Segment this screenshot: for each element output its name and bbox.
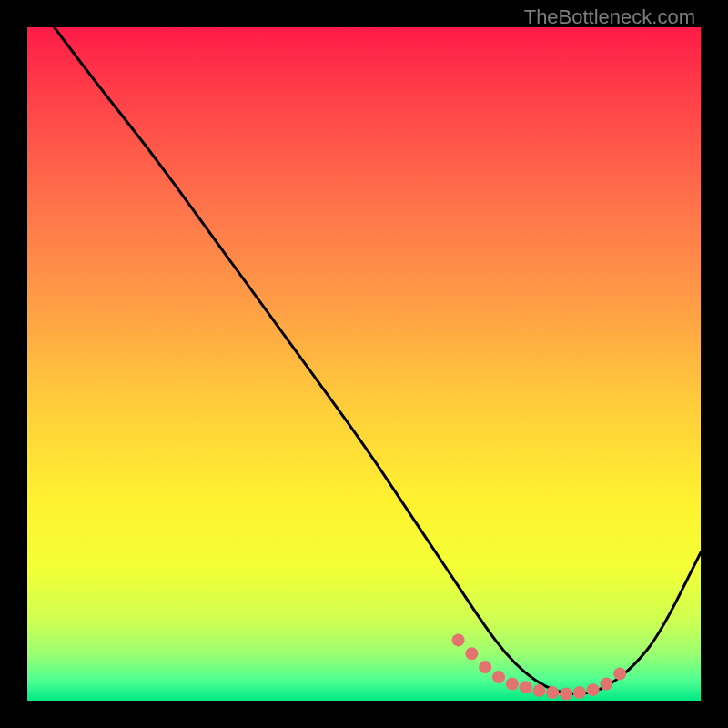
optimal-dot — [532, 684, 545, 697]
optimal-dot — [546, 686, 559, 699]
watermark-text: TheBottleneck.com — [524, 5, 695, 29]
optimal-dot — [506, 678, 519, 691]
optimal-dot — [479, 661, 491, 673]
gradient-background — [27, 27, 701, 701]
optimal-dot — [600, 678, 612, 691]
optimal-dot — [587, 683, 600, 696]
optimal-dot — [573, 686, 586, 699]
optimal-dot — [560, 688, 572, 701]
optimal-dot — [492, 671, 505, 683]
optimal-dot — [465, 647, 478, 660]
optimal-dot — [452, 633, 465, 646]
optimal-dot — [520, 681, 532, 693]
optimal-dot — [613, 667, 626, 680]
chart-frame — [27, 27, 701, 701]
bottleneck-chart — [27, 27, 701, 701]
